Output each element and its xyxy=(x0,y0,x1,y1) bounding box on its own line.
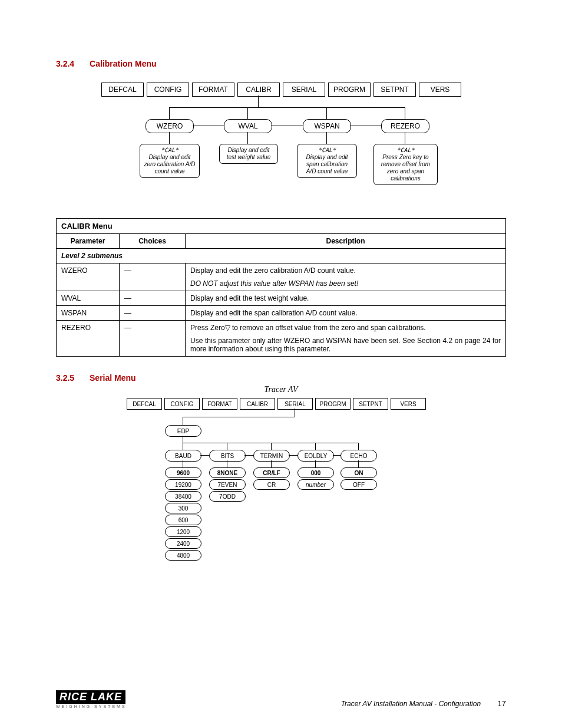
section-3-2-4-heading: 3.2.4 Calibration Menu xyxy=(56,59,506,68)
param-bits: BITS xyxy=(209,450,246,462)
cal-label: *CAL* xyxy=(161,147,178,153)
param-eoldly: EOLDLY xyxy=(297,450,334,462)
level-2-submenus: Level 2 submenus xyxy=(57,249,506,263)
note-text: Display and edit zero calibration A/D co… xyxy=(144,154,196,174)
note-wval: Display and edit test weight value xyxy=(219,144,278,164)
menu-vers: VERS xyxy=(419,83,461,97)
page-number: 17 xyxy=(498,699,506,708)
section-title: Serial Menu xyxy=(90,373,136,383)
note-text: Display and edit test weight value xyxy=(227,147,271,160)
menu-defcal: DEFCAL xyxy=(101,83,144,97)
table-title: CALIBR Menu xyxy=(57,219,506,234)
opt-bits: 7EVEN xyxy=(209,479,246,490)
opt-eoldly: number xyxy=(297,479,334,490)
logo-subtext: WEIGHING SYSTEMS xyxy=(56,704,127,709)
menu-calibr: CALIBR xyxy=(240,398,275,410)
rice-lake-logo: RICE LAKE WEIGHING SYSTEMS xyxy=(56,690,127,709)
calibration-menu-diagram: DEFCAL CONFIG FORMAT CALIBR SERIAL PROGR… xyxy=(101,83,461,195)
choices-cell: — xyxy=(120,306,186,321)
submenu-rezero: REZERO xyxy=(381,119,429,133)
submenu-wzero: WZERO xyxy=(146,119,194,133)
opt-baud: 600 xyxy=(165,515,201,525)
th-description: Description xyxy=(186,234,506,249)
section-number: 3.2.5 xyxy=(56,373,74,383)
submenu-edp: EDP xyxy=(165,425,201,437)
calibr-menu-table: CALIBR Menu Parameter Choices Descriptio… xyxy=(56,218,506,357)
choices-cell: — xyxy=(120,321,186,357)
param-cell: WVAL xyxy=(57,291,120,306)
table-row: WZERO — Display and edit the zero calibr… xyxy=(57,263,506,291)
opt-echo: OFF xyxy=(340,479,377,490)
footer-doc-title: Tracer AV Installation Manual - Configur… xyxy=(341,700,481,708)
opt-baud: 9600 xyxy=(165,467,201,478)
th-choices: Choices xyxy=(120,234,186,249)
desc-text: Press Zero▽ to remove an offset value fr… xyxy=(190,324,426,332)
opt-termin: CR xyxy=(253,479,290,490)
param-cell: WSPAN xyxy=(57,306,120,321)
note-text: Press Zero key to remove offset from zer… xyxy=(381,154,430,182)
submenu-wspan: WSPAN xyxy=(303,119,351,133)
cal-label: *CAL* xyxy=(318,147,336,153)
menu-setpnt: SETPNT xyxy=(373,83,416,97)
choices-cell: — xyxy=(120,263,186,291)
section-number: 3.2.4 xyxy=(56,59,74,68)
desc-cell: Display and edit the test weight value. xyxy=(186,291,506,306)
menu-progrm: PROGRM xyxy=(328,83,371,97)
note-wzero: *CAL* Display and edit zero calibration … xyxy=(140,144,200,178)
note-text: Display and edit span calibration A/D co… xyxy=(306,154,348,174)
section-title: Calibration Menu xyxy=(90,59,157,68)
table-row: WVAL — Display and edit the test weight … xyxy=(57,291,506,306)
menu-config: CONFIG xyxy=(164,398,200,410)
param-echo: ECHO xyxy=(340,450,377,462)
logo-text: RICE LAKE xyxy=(56,690,125,704)
desc-cell: Display and edit the span calibration A/… xyxy=(186,306,506,321)
desc-text: Display and edit the zero calibration A/… xyxy=(190,266,356,275)
menu-config: CONFIG xyxy=(147,83,189,97)
opt-baud: 38400 xyxy=(165,491,201,502)
section-3-2-5-heading: 3.2.5 Serial Menu xyxy=(56,373,506,383)
desc-text: DO NOT adjust this value after WSPAN has… xyxy=(190,279,358,288)
menu-defcal: DEFCAL xyxy=(127,398,162,410)
opt-eoldly: 000 xyxy=(297,467,334,478)
cal-label: *CAL* xyxy=(396,147,414,153)
param-cell: REZERO xyxy=(57,321,120,357)
note-rezero: *CAL* Press Zero key to remove offset fr… xyxy=(373,144,438,185)
menu-vers: VERS xyxy=(391,398,426,410)
opt-bits: 7ODD xyxy=(209,491,246,502)
menu-format: FORMAT xyxy=(192,83,234,97)
submenu-wval: WVAL xyxy=(224,119,272,133)
desc-text: Use this parameter only after WZERO and … xyxy=(190,337,501,353)
choices-cell: — xyxy=(120,291,186,306)
opt-baud: 2400 xyxy=(165,538,201,549)
opt-echo: ON xyxy=(340,467,377,478)
opt-baud: 4800 xyxy=(165,550,201,561)
serial-menu-diagram: DEFCAL CONFIG FORMAT CALIBR SERIAL PROGR… xyxy=(127,398,427,575)
page-footer: RICE LAKE WEIGHING SYSTEMS Tracer AV Ins… xyxy=(56,690,506,709)
menu-setpnt: SETPNT xyxy=(353,398,388,410)
param-termin: TERMIN xyxy=(253,450,290,462)
serial-diagram-title: Tracer AV xyxy=(56,385,506,394)
menu-calibr: CALIBR xyxy=(237,83,280,97)
menu-serial: SERIAL xyxy=(277,398,313,410)
opt-termin: CR/LF xyxy=(253,467,290,478)
menu-progrm: PROGRM xyxy=(315,398,351,410)
opt-baud: 1200 xyxy=(165,526,201,537)
th-parameter: Parameter xyxy=(57,234,120,249)
menu-serial: SERIAL xyxy=(283,83,325,97)
desc-cell: Display and edit the zero calibration A/… xyxy=(186,263,506,291)
param-cell: WZERO xyxy=(57,263,120,291)
desc-cell: Press Zero▽ to remove an offset value fr… xyxy=(186,321,506,357)
opt-bits: 8NONE xyxy=(209,467,246,478)
note-wspan: *CAL* Display and edit span calibration … xyxy=(297,144,357,178)
param-baud: BAUD xyxy=(165,450,201,462)
table-row: REZERO — Press Zero▽ to remove an offset… xyxy=(57,321,506,357)
table-row: WSPAN — Display and edit the span calibr… xyxy=(57,306,506,321)
opt-baud: 300 xyxy=(165,503,201,513)
opt-baud: 19200 xyxy=(165,479,201,490)
menu-format: FORMAT xyxy=(202,398,237,410)
